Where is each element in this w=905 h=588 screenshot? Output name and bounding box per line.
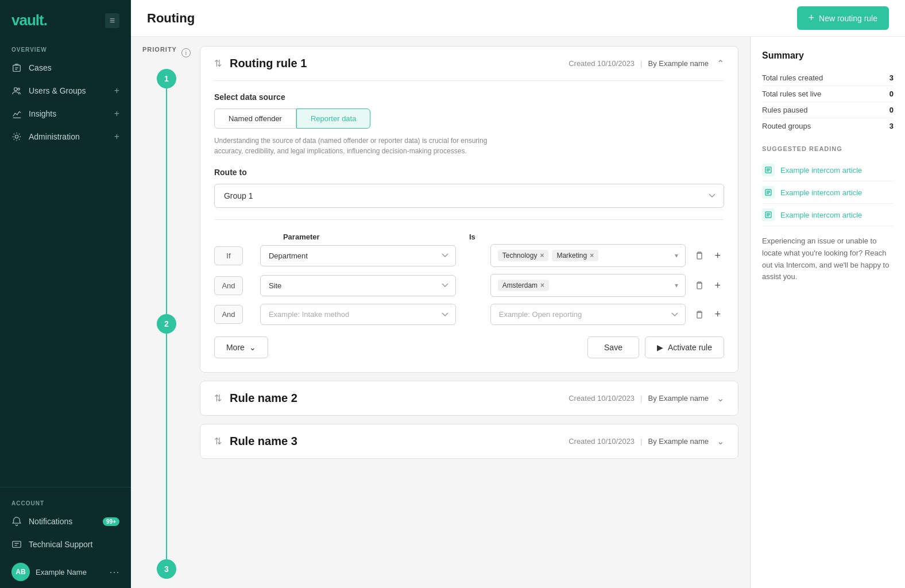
- rule-expand-3[interactable]: ⌄: [717, 436, 724, 447]
- users-plus-icon[interactable]: +: [114, 86, 119, 96]
- named-offender-button[interactable]: Named offender: [214, 109, 296, 129]
- tag-technology: Technology ×: [498, 250, 549, 261]
- rule-meta-3: Created 10/10/2023 | By Example name: [568, 437, 709, 446]
- drag-handle-3[interactable]: ⇅: [214, 436, 222, 447]
- tags-dropdown-icon-2[interactable]: ▾: [675, 281, 678, 289]
- article-item-2[interactable]: Example intercom article: [762, 204, 894, 226]
- rule-divider-1: [214, 80, 724, 81]
- articles-list: Example intercom article Example interco…: [762, 159, 894, 226]
- rule-title-1: Routing rule 1: [230, 57, 560, 70]
- param-add-1[interactable]: +: [711, 246, 724, 265]
- rule-header-3: ⇅ Rule name 3 Created 10/10/2023 | By Ex…: [200, 424, 738, 458]
- article-item-0[interactable]: Example intercom article: [762, 159, 894, 181]
- summary-row-0: Total rules created 3: [762, 70, 894, 86]
- svg-rect-0: [13, 65, 21, 72]
- content-area: PRIORITY i 1 2 3 ⇅ Routing rule 1: [131, 37, 905, 588]
- save-button[interactable]: Save: [587, 336, 639, 358]
- priority-column: PRIORITY i 1 2 3: [142, 46, 191, 579]
- sidebar-item-cases[interactable]: Cases: [0, 56, 131, 79]
- article-label-2: Example intercom article: [780, 211, 862, 219]
- rule-expand-2[interactable]: ⌄: [717, 393, 724, 404]
- summary-rows: Total rules created 3 Total rules set li…: [762, 70, 894, 134]
- param-delete-1[interactable]: [691, 247, 707, 264]
- route-to-select[interactable]: Group 1: [214, 184, 724, 208]
- page-title: Routing: [147, 11, 195, 26]
- rule-by-3: By Example name: [648, 437, 709, 446]
- rule-created-3: Created 10/10/2023: [568, 437, 635, 446]
- priority-dot-2: 2: [157, 314, 176, 334]
- more-button[interactable]: More ⌄: [214, 336, 268, 358]
- rule-header-1: ⇅ Routing rule 1 Created 10/10/2023 | By…: [200, 47, 738, 80]
- priority-dot-3: 3: [157, 559, 176, 579]
- article-icon-0: [762, 164, 775, 176]
- reporter-data-button[interactable]: Reporter data: [296, 109, 371, 129]
- tag-amsterdam: Amsterdam ×: [498, 280, 549, 291]
- account-section: ACCOUNT Notifications 99+ Technical Supp…: [0, 487, 131, 588]
- params-section: If Department: [214, 244, 724, 325]
- summary-row-label-2: Rules paused: [762, 106, 808, 114]
- svg-rect-10: [697, 312, 702, 318]
- param-connector-and-1: And: [214, 276, 243, 295]
- sidebar-item-technical-support[interactable]: Technical Support: [0, 533, 131, 556]
- drag-handle-1[interactable]: ⇅: [214, 58, 222, 69]
- account-section-label: ACCOUNT: [0, 492, 131, 510]
- drag-handle-2[interactable]: ⇅: [214, 393, 222, 404]
- rule-created-2: Created 10/10/2023: [568, 394, 635, 403]
- sidebar-item-notifications[interactable]: Notifications 99+: [0, 510, 131, 533]
- admin-plus-icon[interactable]: +: [114, 131, 119, 142]
- param-value-tags-1[interactable]: Technology × Marketing × ▾: [490, 244, 686, 267]
- play-icon: ▶: [657, 343, 663, 352]
- support-icon: [11, 539, 22, 550]
- sidebar-item-insights[interactable]: Insights +: [0, 102, 131, 125]
- insights-icon: [11, 109, 22, 119]
- rule-created-1: Created 10/10/2023: [568, 59, 635, 68]
- activate-rule-button[interactable]: ▶ Activate rule: [645, 336, 724, 358]
- tag-marketing: Marketing ×: [552, 250, 598, 261]
- param-select-site[interactable]: Site: [260, 275, 456, 296]
- param-add-2[interactable]: +: [711, 276, 724, 295]
- new-routing-rule-button[interactable]: + New routing rule: [797, 6, 889, 30]
- admin-icon: [11, 131, 22, 142]
- param-add-3[interactable]: +: [711, 305, 724, 324]
- summary-row-2: Rules paused 0: [762, 102, 894, 118]
- rule-title-3: Rule name 3: [230, 435, 560, 448]
- help-text: Experiencing an issue or unable to locat…: [762, 235, 894, 283]
- params-divider: [214, 219, 724, 220]
- summary-row-label-3: Routed groups: [762, 122, 811, 130]
- insights-plus-icon[interactable]: +: [114, 109, 119, 119]
- param-select-placeholder[interactable]: Example: Intake method: [260, 304, 456, 325]
- article-icon-2: [762, 208, 775, 221]
- main-content: Routing + New routing rule PRIORITY i 1 …: [131, 0, 905, 588]
- article-item-1[interactable]: Example intercom article: [762, 181, 894, 204]
- rule-footer-1: More ⌄ Save ▶ Activate rule: [214, 336, 724, 358]
- sidebar-toggle-button[interactable]: ≡: [105, 13, 119, 28]
- user-profile-row[interactable]: AB Example Name ⋯: [0, 556, 131, 588]
- svg-point-6: [15, 135, 18, 138]
- param-delete-3[interactable]: [691, 307, 707, 323]
- rule-by-2: By Example name: [648, 394, 709, 403]
- svg-rect-9: [697, 283, 702, 289]
- notifications-label: Notifications: [29, 517, 72, 526]
- summary-row-label-1: Total rules set live: [762, 90, 821, 98]
- user-more-icon[interactable]: ⋯: [109, 566, 119, 578]
- rule-card-2: ⇅ Rule name 2 Created 10/10/2023 | By Ex…: [200, 381, 738, 416]
- param-select-department[interactable]: Department: [260, 245, 456, 266]
- tags-dropdown-icon[interactable]: ▾: [675, 252, 678, 260]
- param-value-placeholder[interactable]: Example: Open reporting: [490, 304, 686, 325]
- avatar: AB: [11, 563, 30, 581]
- cases-icon: [11, 63, 22, 73]
- rules-panel: PRIORITY i 1 2 3 ⇅ Routing rule 1: [131, 37, 750, 588]
- sidebar-item-administration[interactable]: Administration +: [0, 125, 131, 148]
- param-delete-2[interactable]: [691, 277, 707, 293]
- rule-collapse-1[interactable]: ⌃: [717, 58, 724, 69]
- article-icon-1: [762, 186, 775, 199]
- param-value-tags-2[interactable]: Amsterdam × ▾: [490, 274, 686, 297]
- rule-by-1: By Example name: [648, 59, 709, 68]
- route-to-label: Route to: [214, 168, 724, 177]
- priority-dot-1: 1: [157, 69, 176, 88]
- summary-row-value-3: 3: [889, 122, 894, 130]
- sidebar-header: vault. ≡: [0, 0, 131, 38]
- svg-rect-7: [13, 541, 21, 548]
- sidebar-item-users-groups[interactable]: Users & Groups +: [0, 79, 131, 102]
- rule-card-1: ⇅ Routing rule 1 Created 10/10/2023 | By…: [200, 46, 738, 373]
